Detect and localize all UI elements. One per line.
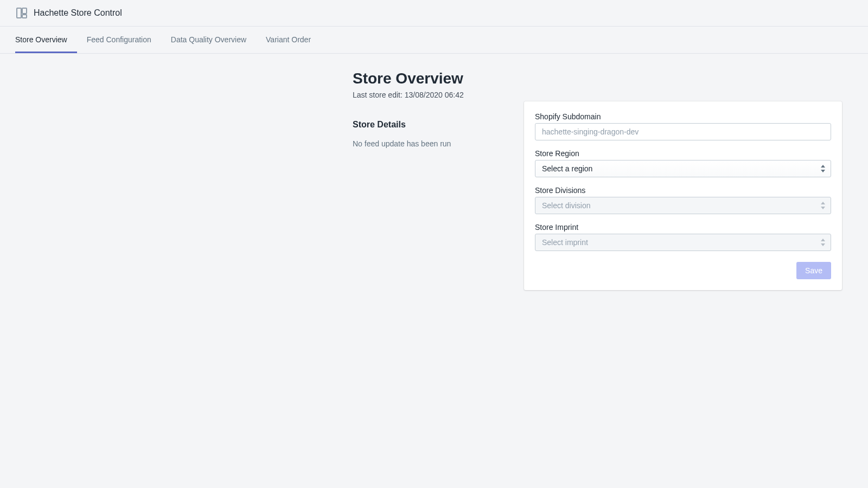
form-column: Shopify Subdomain Store Region Select a … [524,70,842,290]
select-divisions[interactable]: Select division [535,197,831,214]
page-title: Store Overview [353,70,514,87]
input-subdomain[interactable] [535,123,831,140]
left-spacer [26,70,343,290]
field-divisions: Store Divisions Select division [535,186,831,214]
overview-column: Store Overview Last store edit: 13/08/20… [353,70,514,290]
form-footer: Save [535,262,831,279]
tab-feed-configuration[interactable]: Feed Configuration [77,27,161,53]
field-imprint: Store Imprint Select imprint [535,223,831,251]
tabs-nav: Store Overview Feed Configuration Data Q… [0,27,868,54]
select-imprint[interactable]: Select imprint [535,234,831,251]
label-region: Store Region [535,149,831,158]
main-content: Store Overview Last store edit: 13/08/20… [11,54,857,306]
field-region: Store Region Select a region [535,149,831,177]
store-details-text: No feed update has been run [353,139,514,148]
store-details-heading: Store Details [353,120,514,130]
page-subtitle: Last store edit: 13/08/2020 06:42 [353,91,514,99]
logo-icon [15,7,28,20]
field-subdomain: Shopify Subdomain [535,112,831,140]
label-imprint: Store Imprint [535,223,831,232]
label-divisions: Store Divisions [535,186,831,195]
svg-rect-1 [22,8,27,14]
select-region[interactable]: Select a region [535,160,831,177]
label-subdomain: Shopify Subdomain [535,112,831,121]
svg-rect-2 [22,15,27,18]
app-header: Hachette Store Control [0,0,868,27]
tab-variant-order[interactable]: Variant Order [256,27,321,53]
app-title: Hachette Store Control [34,8,122,18]
store-form-card: Shopify Subdomain Store Region Select a … [524,101,842,290]
tab-store-overview[interactable]: Store Overview [15,27,77,53]
svg-rect-0 [17,8,21,18]
tab-data-quality[interactable]: Data Quality Overview [161,27,256,53]
save-button[interactable]: Save [796,262,831,279]
